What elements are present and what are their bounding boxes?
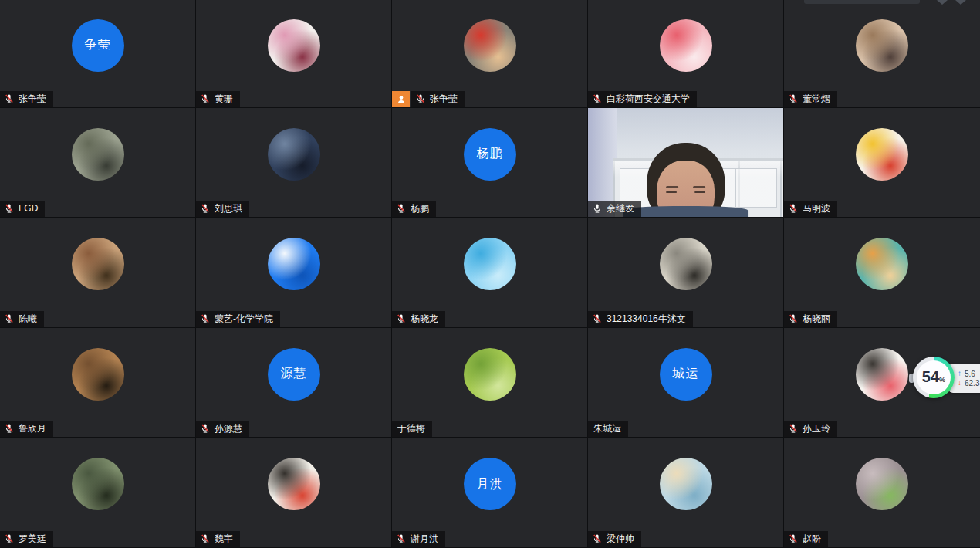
avatar xyxy=(660,458,712,510)
chevron-down-icon xyxy=(937,0,948,5)
mic-icon xyxy=(200,313,211,324)
participant-tile[interactable]: 月洪 谢月洪 xyxy=(392,438,588,548)
mic-icon xyxy=(592,533,603,544)
participant-name: 杨晓丽 xyxy=(803,313,830,324)
participant-tile[interactable]: 源慧 孙源慧 xyxy=(196,328,392,438)
participant-tile[interactable]: 杨鹏 杨鹏 xyxy=(392,108,588,218)
participant-label-row: 余继发 xyxy=(588,201,641,217)
avatar xyxy=(464,238,516,290)
participant-name: 张争莹 xyxy=(19,93,46,104)
participant-tile[interactable]: 罗美廷 xyxy=(0,438,196,548)
nametag: 孙源慧 xyxy=(196,421,249,437)
participant-label-row: 3121334016牛沭文 xyxy=(588,311,693,327)
participant-tile[interactable]: 梁仲帅 xyxy=(588,438,784,548)
avatar xyxy=(856,19,908,72)
video-person-eye xyxy=(666,191,677,194)
nametag: 刘思琪 xyxy=(196,201,249,217)
nametag: 孙玉玲 xyxy=(784,421,837,437)
participant-tile[interactable]: 3121334016牛沭文 xyxy=(588,218,784,328)
participant-label-row: 白彩荷西安交通大学 xyxy=(588,91,697,107)
participant-tile[interactable]: 争莹 张争莹 xyxy=(0,0,196,108)
avatar xyxy=(268,128,320,181)
mic-icon xyxy=(592,203,603,214)
participant-tile[interactable]: 于德梅 xyxy=(392,328,588,438)
participant-tile[interactable]: 白彩荷西安交通大学 xyxy=(588,0,784,108)
mic-icon xyxy=(200,93,211,104)
participant-label-row: 谢月洪 xyxy=(392,531,445,547)
participant-label-row: FGD xyxy=(0,201,45,217)
participant-label-row: 魏宇 xyxy=(196,531,240,547)
mic-icon xyxy=(788,203,799,214)
participant-tile[interactable]: 魏宇 xyxy=(196,438,392,548)
avatar xyxy=(660,19,712,72)
nametag: 白彩荷西安交通大学 xyxy=(588,91,697,107)
participant-tile[interactable]: 鲁欣月 xyxy=(0,328,196,438)
network-monitor-widget[interactable]: ↑ 5.6 ↓ 62.3 54 % xyxy=(913,357,980,400)
download-row: ↓ 62.3 xyxy=(958,379,980,387)
nametag: 鲁欣月 xyxy=(0,421,53,437)
participant-name: 孙玉玲 xyxy=(803,423,830,434)
participant-tile[interactable]: 刘思琪 xyxy=(196,108,392,218)
participant-name: 白彩荷西安交通大学 xyxy=(607,93,690,104)
participant-label-row: 杨晓龙 xyxy=(392,311,445,327)
participant-name: 于德梅 xyxy=(397,423,425,434)
download-value: 62.3 xyxy=(965,379,979,387)
participant-tile[interactable]: 城运 朱城运 xyxy=(588,328,784,438)
participant-label-row: 孙玉玲 xyxy=(784,421,837,437)
nametag: 朱城运 xyxy=(588,421,628,437)
download-arrow-icon: ↓ xyxy=(958,379,961,387)
participant-name: FGD xyxy=(19,203,38,214)
participant-name: 杨鹏 xyxy=(411,203,429,214)
nametag: 赵盼 xyxy=(784,531,828,547)
avatar xyxy=(856,238,908,290)
percent-sign: % xyxy=(939,376,945,384)
mic-icon xyxy=(4,203,15,214)
nametag: 马明波 xyxy=(784,201,837,217)
mic-icon xyxy=(4,313,15,324)
mic-icon xyxy=(788,533,799,544)
avatar xyxy=(856,348,908,401)
toolbar-remnant-bar xyxy=(804,0,920,4)
participant-tile[interactable]: 陈曦 xyxy=(0,218,196,328)
participant-name: 董常熠 xyxy=(803,93,830,104)
nametag: 罗美廷 xyxy=(0,531,53,547)
participant-name: 杨晓龙 xyxy=(411,313,438,324)
avatar xyxy=(856,458,908,510)
participant-name: 陈曦 xyxy=(19,313,37,324)
participant-label-row: 罗美廷 xyxy=(0,531,53,547)
participant-tile[interactable]: 赵盼 xyxy=(784,438,980,548)
participant-tile[interactable]: 余继发 xyxy=(588,108,784,218)
participant-label-row: 张争莹 xyxy=(0,91,53,107)
avatar: 源慧 xyxy=(268,348,320,401)
participant-tile[interactable]: 黄珊 xyxy=(196,0,392,108)
participant-tile[interactable]: 蒙艺-化学学院 xyxy=(196,218,392,328)
avatar xyxy=(856,128,908,181)
participant-tile[interactable]: 张争莹 xyxy=(392,0,588,108)
participants-grid: 争莹 张争莹 xyxy=(0,0,980,548)
avatar: 城运 xyxy=(660,348,712,401)
participant-name: 赵盼 xyxy=(803,533,821,544)
nametag: 张争莹 xyxy=(0,91,53,107)
upload-arrow-icon: ↑ xyxy=(958,370,961,377)
participant-tile[interactable]: 杨晓丽 xyxy=(784,218,980,328)
participant-tile[interactable]: 董常熠 xyxy=(784,0,980,108)
mic-icon xyxy=(788,423,799,434)
mic-icon xyxy=(200,203,211,214)
percent-value: 54 xyxy=(922,369,939,384)
mic-icon xyxy=(788,93,799,104)
participant-tile[interactable]: 杨晓龙 xyxy=(392,218,588,328)
nametag: 余继发 xyxy=(588,201,641,217)
meeting-window: 争莹 张争莹 xyxy=(0,0,980,548)
participant-label-row: 蒙艺-化学学院 xyxy=(196,311,280,327)
nametag: 魏宇 xyxy=(196,531,240,547)
upload-value: 5.6 xyxy=(965,370,975,378)
participant-label-row: 梁仲帅 xyxy=(588,531,641,547)
participant-tile[interactable]: 马明波 xyxy=(784,108,980,218)
participant-tile[interactable]: FGD xyxy=(0,108,196,218)
participant-label-row: 董常熠 xyxy=(784,91,837,107)
participant-label-row: 孙源慧 xyxy=(196,421,249,437)
participant-label-row: 刘思琪 xyxy=(196,201,249,217)
avatar xyxy=(268,238,320,290)
video-person-brow xyxy=(666,186,678,188)
avatar xyxy=(268,458,320,510)
